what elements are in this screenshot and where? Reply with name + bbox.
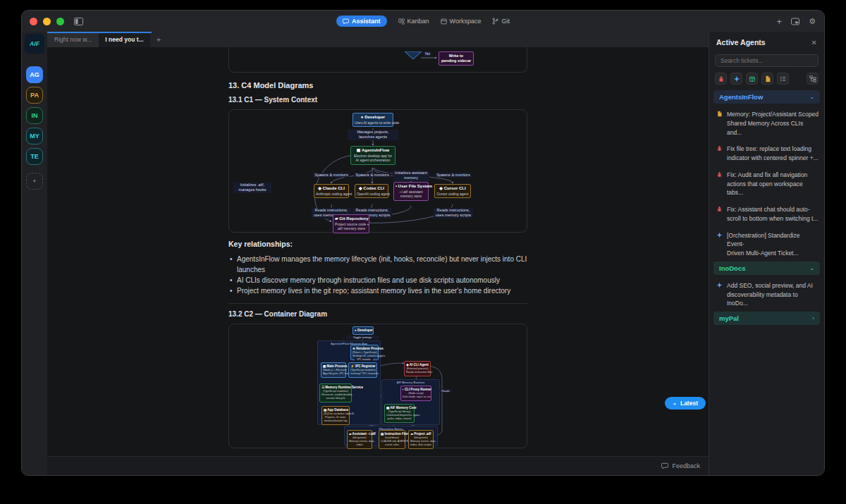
heading-c2-container-diagram: 13.2 C2 — Container Diagram <box>228 310 527 318</box>
new-tab-icon[interactable]: + <box>777 17 783 26</box>
c1-node-agentsinflow: ▣ AgentsInFlow Electron desktop app for … <box>350 146 396 165</box>
list-icon: ☰ <box>321 386 324 389</box>
ticket-item[interactable]: [Orchestration] Standardize Event-Driven… <box>709 227 824 262</box>
agent-avatar-ag[interactable]: AG <box>26 66 43 83</box>
sparkle-icon <box>733 75 740 82</box>
filter-doc-button[interactable] <box>761 73 773 85</box>
bug-icon <box>716 206 723 212</box>
c1-node-claude-cli: ◆ Claude CLI Anthropic coding agent <box>314 184 349 198</box>
feedback-button[interactable]: Feedback <box>661 462 700 469</box>
nav-git-label: Git <box>501 18 510 25</box>
main-column: Right now w... I need you t... + <box>47 32 709 475</box>
filter-feature-button[interactable] <box>730 73 742 85</box>
agent-avatar-te[interactable]: TE <box>26 148 43 165</box>
c2-node-developer: ● Developer <box>352 326 374 335</box>
module-icon: ▪ <box>403 388 404 391</box>
new-chat-tab-button[interactable]: + <box>150 32 167 47</box>
minimize-window-button[interactable] <box>43 18 51 25</box>
c2-node-main-process: ▣ Main Process (Node.js + Electron) App … <box>321 362 346 378</box>
flow-edges <box>229 47 527 72</box>
heading-c4-model-diagrams: 13. C4 Model Diagrams <box>228 81 527 90</box>
c1-diagram-panel: ● Developer Uses AI agents to write code… <box>228 109 527 233</box>
section-inodocs[interactable]: InoDocs ⌄ <box>713 262 820 275</box>
folder-icon: ▰ <box>335 216 338 221</box>
search-input[interactable] <box>715 54 819 67</box>
atom-icon: ⚛ <box>352 347 355 350</box>
robot-icon: ◆ <box>439 186 443 190</box>
c2-edge-reads: Reads <box>439 389 452 393</box>
person-icon: ● <box>361 115 364 119</box>
ticket-item[interactable]: Memory: Project/Assistant ScopedShared M… <box>709 106 824 140</box>
tree-view-button[interactable] <box>807 73 819 85</box>
ticket-item[interactable]: Fix: Audit and fix all navigationactions… <box>709 166 824 201</box>
c2-node-memory-runtime-service: ☰ Memory Runtime Service (TypeScript mod… <box>319 383 352 402</box>
robot-icon: ◆ <box>359 186 362 190</box>
partial-diagram-panel: No Write to pending sidecar <box>228 47 527 73</box>
flow-node-write-sidecar: Write to pending sidecar <box>439 51 474 66</box>
package-icon <box>749 75 756 82</box>
section-agentsinflow[interactable]: AgentsInFlow ⌄ <box>713 90 820 104</box>
panel-title: Active Agents <box>716 38 766 47</box>
status-bar: Feedback <box>47 456 709 475</box>
folder-icon: ▰ <box>349 432 351 436</box>
ticket-item[interactable]: Fix: Assistant chat should auto-scroll t… <box>709 201 824 227</box>
left-rail: AIF AG PA IN MY TE + <box>22 32 47 475</box>
ticket-item[interactable]: Fix file tree: replace text loadingindic… <box>709 140 824 166</box>
person-icon: ● <box>355 328 357 332</box>
active-agents-panel: Active Agents ✕ <box>709 32 824 475</box>
robot-icon: ◆ <box>406 363 408 367</box>
bullet-item: AI CLIs discover memory through instruct… <box>228 275 527 285</box>
settings-gear-icon[interactable]: ⚙ <box>809 18 816 25</box>
key-relationships-list: AgentsInFlow manages the memory lifecycl… <box>228 254 527 296</box>
pip-window-icon[interactable] <box>791 18 799 25</box>
c1-edge-init-assistant: Initializes assistant memory <box>393 171 429 181</box>
section-mypal[interactable]: myPal › <box>713 312 820 325</box>
nav-assistant[interactable]: Assistant <box>336 16 387 27</box>
traffic-lights <box>22 18 64 25</box>
filter-bug-button[interactable] <box>715 73 727 85</box>
scroll-to-latest-button[interactable]: ⌄ Latest <box>665 397 706 410</box>
document-icon <box>764 75 771 82</box>
c1-edge-spawns-3: Spawns & monitors <box>435 173 472 178</box>
chat-bubble-icon <box>343 18 349 25</box>
chat-scroll-area[interactable]: No Write to pending sidecar 13. C4 Model… <box>47 47 709 456</box>
nav-git[interactable]: Git <box>492 18 510 25</box>
agent-avatar-my[interactable]: MY <box>26 128 43 145</box>
folder-icon: ▰ <box>411 432 413 436</box>
c1-node-developer: ● Developer Uses AI agents to write code <box>352 113 393 127</box>
nav-kanban[interactable]: Kanban <box>398 18 429 25</box>
app-icon: ▣ <box>357 148 361 152</box>
close-icon[interactable]: ✕ <box>811 39 817 47</box>
chat-tab-2[interactable]: I need you t... <box>99 32 150 47</box>
c2-node-instruction-files: ▤ Instruction Files (markdown) CLAUDE.md… <box>379 430 405 449</box>
tree-icon <box>809 75 816 82</box>
checklist-icon <box>780 75 787 82</box>
nav-assistant-label: Assistant <box>352 18 381 25</box>
bug-icon <box>718 75 725 82</box>
c1-node-user-file-system: ▪ User File System ~/.aif/ assistant mem… <box>393 182 429 201</box>
bug-icon <box>716 171 723 178</box>
titlebar: Assistant Kanban Workspace Git + ⚙ <box>22 11 824 32</box>
file-icon: ▤ <box>381 432 384 436</box>
titlebar-actions: + ⚙ <box>777 17 816 26</box>
filter-task-button[interactable] <box>746 73 758 85</box>
zoom-window-button[interactable] <box>56 18 64 25</box>
chat-tab-1[interactable]: Right now w... <box>47 32 99 47</box>
filter-list-button[interactable] <box>777 73 789 85</box>
bug-icon <box>716 145 723 152</box>
sidebar-toggle-icon[interactable] <box>74 18 83 25</box>
c2-node-ai-cli-agent: ◆ AI CLI Agent (External process) Reads … <box>404 361 431 376</box>
c1-node-cursor-cli: ◆ Cursor CLI Cursor coding agent <box>434 184 471 198</box>
c1-edge-reads-3: Reads instructions, uses memory scripts <box>434 208 473 219</box>
agent-avatar-pa[interactable]: PA <box>26 87 43 104</box>
c1-node-git-repository: ▰ Git Repository Project source code + .… <box>333 214 369 233</box>
heading-c1-system-context: 13.1 C1 — System Context <box>228 96 527 104</box>
c2-node-app-database: ▤ App Database (SQLite via better-sqlite… <box>321 406 350 425</box>
c2-edge-ipc-invoke: IPC invoke <box>355 357 373 361</box>
close-window-button[interactable] <box>30 18 37 25</box>
add-agent-button[interactable]: + <box>26 173 43 190</box>
agent-avatar-in[interactable]: IN <box>26 107 43 124</box>
ticket-item[interactable]: Add SEO, social preview, and AIdiscovera… <box>709 277 824 312</box>
main-nav: Assistant Kanban Workspace Git <box>336 16 510 27</box>
nav-workspace[interactable]: Workspace <box>441 18 482 25</box>
